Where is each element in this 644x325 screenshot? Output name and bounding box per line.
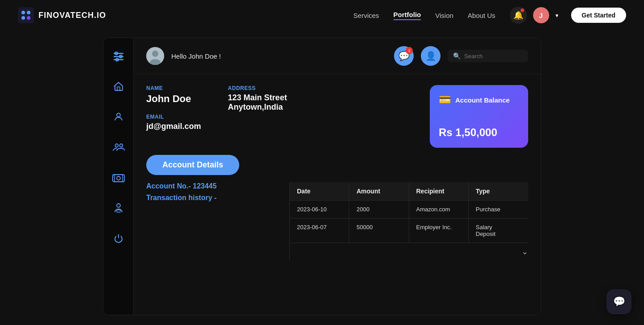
chat-widget[interactable]: 💬 xyxy=(606,289,631,314)
transaction-table: Date Amount Recipient Type 2023-06-10 20… xyxy=(289,182,528,260)
row1-date: 2023-06-10 xyxy=(290,201,349,218)
sidebar-icon-money[interactable] xyxy=(110,169,127,187)
header-user-button[interactable]: 👤 xyxy=(421,46,441,66)
row2-date: 2023-06-07 xyxy=(290,218,349,243)
search-input[interactable] xyxy=(464,53,522,60)
email-field: Email jd@gmail.com xyxy=(146,114,201,131)
chat-widget-icon: 💬 xyxy=(613,296,625,308)
profile-section: Name John Doe Email jd@gmail.com Address xyxy=(134,74,541,155)
notification-badge xyxy=(521,9,524,12)
sidebar-icon-filter[interactable] xyxy=(110,47,127,65)
sidebar-icon-home[interactable] xyxy=(110,77,127,95)
balance-amount: Rs 1,50,000 xyxy=(439,126,519,139)
search-icon: 🔍 xyxy=(453,52,461,60)
name-field: Name John Doe xyxy=(146,85,201,105)
sidebar xyxy=(103,38,134,315)
svg-point-2 xyxy=(27,11,30,14)
sidebar-icon-advisor[interactable] xyxy=(110,199,127,217)
row1-type: Purchase xyxy=(469,201,528,218)
name-value: John Doe xyxy=(146,93,201,105)
home-icon xyxy=(113,81,124,92)
svg-rect-11 xyxy=(117,87,120,90)
row2-amount: 50000 xyxy=(349,218,409,243)
svg-point-12 xyxy=(117,113,120,117)
svg-point-14 xyxy=(119,144,123,147)
svg-point-13 xyxy=(115,144,118,147)
main-content: Hello John Doe ! 💬 1 👤 🔍 xyxy=(0,30,644,325)
app-window: Hello John Doe ! 💬 1 👤 🔍 xyxy=(103,38,541,315)
table-header: Date Amount Recipient Type xyxy=(290,182,528,201)
navbar: FINOVATECH.IO Services Portfolio Vision … xyxy=(0,0,644,30)
sidebar-icon-power[interactable] xyxy=(110,230,127,248)
sidebar-icon-user[interactable] xyxy=(110,108,127,126)
table-row: 2023-06-07 50000 Employer Inc. SalaryDep… xyxy=(290,218,528,243)
search-bar: 🔍 xyxy=(448,50,528,62)
balance-card-title: Account Balance xyxy=(455,96,510,104)
nav-links: Services Portfolio Vision About Us xyxy=(353,11,495,20)
email-label: Email xyxy=(146,114,201,120)
svg-point-4 xyxy=(27,16,30,20)
user-circle-icon: 👤 xyxy=(425,51,436,61)
row2-type: SalaryDeposit xyxy=(469,218,528,243)
table-scroll-area: ⌄ xyxy=(290,243,528,260)
account-details-button[interactable]: Account Details xyxy=(146,155,239,175)
row2-recipient: Employer Inc. xyxy=(409,218,469,243)
svg-point-3 xyxy=(21,16,25,20)
nav-link-vision[interactable]: Vision xyxy=(435,12,453,19)
avatar-image xyxy=(146,47,164,65)
advisor-icon xyxy=(113,202,124,214)
main-panel: Hello John Doe ! 💬 1 👤 🔍 xyxy=(134,38,541,315)
balance-card-icon: 💳 xyxy=(439,94,451,106)
address-line2: Anytown,India xyxy=(228,103,287,112)
address-line1: 123 Main Street xyxy=(228,93,287,103)
user-icon xyxy=(113,111,124,122)
chevron-down-icon[interactable]: ▾ xyxy=(555,12,559,19)
svg-point-16 xyxy=(117,176,120,180)
money-icon xyxy=(112,172,125,183)
svg-point-19 xyxy=(117,204,120,207)
svg-point-22 xyxy=(152,51,158,57)
header-avatar xyxy=(146,47,164,65)
power-icon xyxy=(113,233,124,244)
table-section: Account No.- 123445 Transaction history … xyxy=(134,182,541,260)
col-header-amount: Amount xyxy=(349,182,409,200)
user-avatar[interactable]: J xyxy=(533,7,549,23)
logo-text: FINOVATECH.IO xyxy=(38,11,106,20)
email-value: jd@gmail.com xyxy=(146,122,201,131)
table-row: 2023-06-10 2000 Amazon.com Purchase xyxy=(290,201,528,218)
address-label: Address xyxy=(228,85,287,91)
nav-actions: 🔔 J ▾ Get Started xyxy=(510,7,626,24)
team-icon xyxy=(112,142,125,153)
svg-rect-20 xyxy=(117,210,120,212)
scroll-down-icon[interactable]: ⌄ xyxy=(521,247,528,257)
nav-link-about[interactable]: About Us xyxy=(468,12,496,19)
notification-bell[interactable]: 🔔 xyxy=(510,7,527,24)
account-section: Account Details xyxy=(134,155,541,182)
panel-header: Hello John Doe ! 💬 1 👤 🔍 xyxy=(134,38,541,74)
profile-info: Name John Doe Email jd@gmail.com Address xyxy=(146,85,415,148)
row1-recipient: Amazon.com xyxy=(409,201,469,218)
svg-rect-0 xyxy=(18,7,34,23)
svg-point-1 xyxy=(21,11,25,14)
row1-amount: 2000 xyxy=(349,201,409,218)
address-field: Address 123 Main Street Anytown,India xyxy=(228,85,287,112)
header-greeting: Hello John Doe ! xyxy=(171,52,221,60)
nav-link-portfolio[interactable]: Portfolio xyxy=(394,11,421,20)
sidebar-icon-team[interactable] xyxy=(110,138,127,156)
filter-icon xyxy=(113,50,124,62)
nav-logo[interactable]: FINOVATECH.IO xyxy=(18,7,106,23)
col-header-type: Type xyxy=(469,182,528,200)
nav-link-services[interactable]: Services xyxy=(353,12,379,19)
chat-badge: 1 xyxy=(406,47,413,54)
transaction-history-label: Transaction history - xyxy=(146,194,280,202)
get-started-button[interactable]: Get Started xyxy=(571,8,626,23)
col-header-recipient: Recipient xyxy=(409,182,469,200)
account-number: Account No.- 123445 xyxy=(146,182,280,190)
logo-icon xyxy=(18,7,34,23)
account-info-left: Account No.- 123445 Transaction history … xyxy=(146,182,289,260)
col-header-date: Date xyxy=(290,182,349,200)
balance-card: 💳 Account Balance Rs 1,50,000 xyxy=(430,85,528,148)
header-chat-button[interactable]: 💬 1 xyxy=(394,46,414,66)
name-label: Name xyxy=(146,85,201,91)
